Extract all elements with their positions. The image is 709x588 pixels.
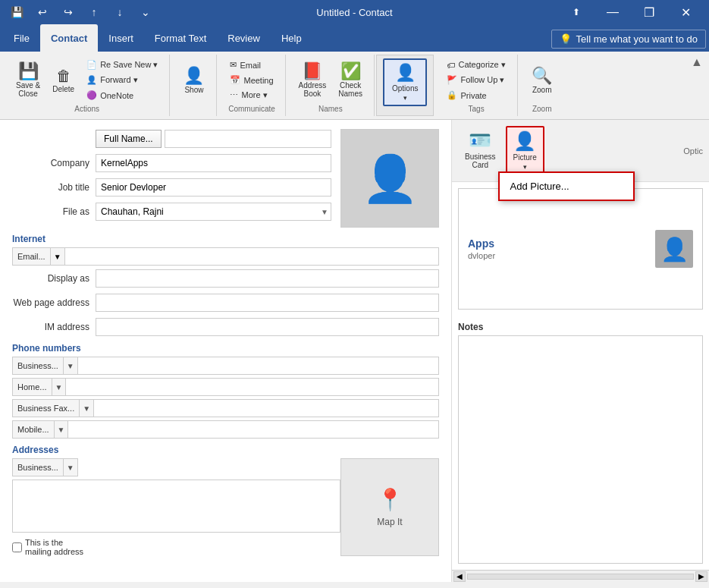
onenote-icon: 🟣 bbox=[86, 90, 97, 100]
business-addr-dropdown[interactable]: Business... ▼ bbox=[12, 458, 78, 476]
email-input[interactable] bbox=[65, 247, 439, 266]
options-label: Options bbox=[392, 84, 418, 93]
contact-photo: 👤 bbox=[340, 129, 439, 228]
forward-button[interactable]: 👤 Forward ▾ bbox=[81, 73, 163, 87]
ribbon-tab-bar: File Contact Insert Format Text Review H… bbox=[0, 24, 709, 52]
full-name-input[interactable] bbox=[165, 130, 331, 148]
email-button[interactable]: ✉ Email bbox=[224, 58, 278, 72]
private-button[interactable]: 🔒 Private bbox=[441, 88, 510, 102]
zoom-button[interactable]: 🔍 Zoom bbox=[526, 58, 557, 103]
delete-button[interactable]: 🗑 Delete bbox=[47, 58, 80, 103]
map-area[interactable]: 📍 Map It bbox=[340, 458, 439, 556]
picture-popup-menu: Add Picture... bbox=[498, 171, 635, 201]
categorize-label: Categorize ▾ bbox=[458, 60, 505, 70]
more-button[interactable]: ⋯ More ▾ bbox=[224, 88, 278, 102]
tab-format-text[interactable]: Format Text bbox=[144, 24, 217, 52]
right-panel: 🪪 BusinessCard 👤 Picture ▾ Add Picture..… bbox=[451, 120, 709, 582]
file-as-wrapper: Chauhan, Rajni ▼ bbox=[96, 203, 331, 221]
business-fax-dropdown[interactable]: Business Fax... ▼ bbox=[12, 399, 94, 417]
business-fax-input[interactable] bbox=[94, 399, 439, 417]
check-names-button[interactable]: ✅ CheckNames bbox=[333, 58, 368, 103]
tell-me-bar[interactable]: 💡 Tell me what you want to do bbox=[551, 30, 706, 49]
company-input[interactable] bbox=[96, 154, 331, 172]
forward-icon: 👤 bbox=[86, 75, 97, 85]
scroll-left-button[interactable]: ◀ bbox=[453, 571, 466, 582]
business-fax-label: Business Fax... bbox=[13, 404, 79, 413]
ribbon-group-names: 📕 AddressBook ✅ CheckNames Names bbox=[287, 55, 375, 116]
web-page-label: Web page address bbox=[12, 297, 96, 308]
more-label: More ▾ bbox=[241, 90, 267, 100]
show-button[interactable]: 👤 Show bbox=[178, 58, 209, 103]
mobile-phone-dropdown[interactable]: Mobile... ▼ bbox=[12, 420, 68, 439]
im-address-label: IM address bbox=[12, 322, 96, 332]
job-title-input[interactable] bbox=[96, 178, 331, 197]
picture-button[interactable]: 👤 Picture ▾ bbox=[506, 126, 544, 175]
categorize-button[interactable]: 🏷 Categorize ▾ bbox=[441, 58, 510, 72]
addresses-section-header: Addresses bbox=[12, 445, 439, 455]
minimize-button[interactable]: — bbox=[595, 0, 630, 24]
form-area: Full Name... Company Job title File as bbox=[0, 120, 451, 582]
im-address-input[interactable] bbox=[96, 318, 439, 336]
home-phone-input[interactable] bbox=[66, 378, 439, 396]
tags-content: 🏷 Categorize ▾ 🚩 Follow Up ▾ 🔒 Private bbox=[441, 58, 510, 103]
tab-insert[interactable]: Insert bbox=[98, 24, 144, 52]
save-new-button[interactable]: 📄 Re Save New ▾ bbox=[81, 58, 163, 72]
zoom-icon: 🔍 bbox=[532, 68, 552, 84]
collapse-ribbon-button[interactable]: ⬆ bbox=[559, 0, 594, 24]
show-icon: 👤 bbox=[184, 68, 204, 84]
web-page-input[interactable] bbox=[96, 294, 439, 312]
close-button[interactable]: ✕ bbox=[668, 0, 703, 24]
add-picture-item[interactable]: Add Picture... bbox=[500, 176, 633, 197]
business-card-label: BusinessCard bbox=[465, 153, 496, 169]
picture-caret-icon: ▾ bbox=[523, 163, 527, 171]
tab-file[interactable]: File bbox=[3, 24, 40, 52]
address-textarea[interactable] bbox=[12, 480, 340, 533]
onenote-button[interactable]: 🟣 OneNote bbox=[81, 88, 163, 102]
scroll-right-button[interactable]: ▶ bbox=[695, 571, 707, 582]
ribbon-group-show: 👤 Show bbox=[171, 55, 217, 116]
options-button[interactable]: 👤 Options ▾ bbox=[383, 58, 427, 106]
tab-review[interactable]: Review bbox=[217, 24, 271, 52]
options-sub-label: Optic bbox=[683, 145, 703, 157]
business-phone-input[interactable] bbox=[78, 357, 439, 375]
ribbon-collapse-button[interactable]: ▲ bbox=[689, 55, 704, 70]
qat-down-button[interactable]: ↓ bbox=[109, 2, 130, 23]
email-dropdown[interactable]: Email... ▼ bbox=[12, 247, 65, 266]
business-phone-label: Business... bbox=[13, 361, 63, 370]
display-as-input[interactable] bbox=[96, 269, 439, 288]
full-name-button[interactable]: Full Name... bbox=[96, 130, 162, 148]
mobile-phone-arrow-icon: ▼ bbox=[54, 421, 68, 438]
tab-contact[interactable]: Contact bbox=[40, 24, 98, 52]
job-title-row: Job title bbox=[12, 178, 331, 197]
qat-save-button[interactable]: 💾 bbox=[6, 2, 27, 23]
qat-up-button[interactable]: ↑ bbox=[83, 2, 105, 23]
options-dropdown-arrow: ▾ bbox=[403, 94, 407, 102]
qat-undo-button[interactable]: ↩ bbox=[32, 2, 53, 23]
business-phone-dropdown[interactable]: Business... ▼ bbox=[12, 357, 78, 375]
right-panel-top: 🪪 BusinessCard 👤 Picture ▾ Add Picture..… bbox=[452, 120, 709, 182]
meeting-button[interactable]: 📅 Meeting bbox=[224, 73, 278, 87]
qat-dropdown-button[interactable]: ⌄ bbox=[135, 2, 156, 23]
actions-sub-col: 📄 Re Save New ▾ 👤 Forward ▾ 🟣 OneNote bbox=[81, 58, 163, 102]
mobile-phone-row: Mobile... ▼ bbox=[12, 420, 439, 439]
names-group-label: Names bbox=[318, 105, 343, 113]
business-card-button[interactable]: 🪪 BusinessCard bbox=[458, 126, 503, 175]
qat-redo-button[interactable]: ↪ bbox=[58, 2, 79, 23]
business-fax-arrow-icon: ▼ bbox=[79, 400, 93, 417]
notes-area[interactable] bbox=[458, 335, 703, 564]
address-book-button[interactable]: 📕 AddressBook bbox=[293, 58, 332, 103]
business-card-preview: Apps dvloper 👤 bbox=[458, 188, 703, 310]
address-left: Business... ▼ This is themailing address bbox=[12, 458, 340, 556]
restore-button[interactable]: ❐ bbox=[632, 0, 667, 24]
title-bar: 💾 ↩ ↪ ↑ ↓ ⌄ Untitled - Contact ⬆ — ❐ ✕ bbox=[0, 0, 709, 24]
mailing-checkbox[interactable] bbox=[12, 542, 22, 552]
save-close-button[interactable]: 💾 Save &Close bbox=[11, 58, 45, 103]
follow-up-button[interactable]: 🚩 Follow Up ▾ bbox=[441, 73, 510, 87]
map-it-label: Map It bbox=[377, 517, 402, 527]
home-phone-label: Home... bbox=[13, 382, 52, 391]
business-card-icon: 🪪 bbox=[469, 130, 491, 151]
mobile-phone-input[interactable] bbox=[68, 420, 439, 439]
file-as-select[interactable]: Chauhan, Rajni bbox=[96, 203, 331, 221]
tab-help[interactable]: Help bbox=[271, 24, 312, 52]
home-phone-dropdown[interactable]: Home... ▼ bbox=[12, 378, 66, 396]
